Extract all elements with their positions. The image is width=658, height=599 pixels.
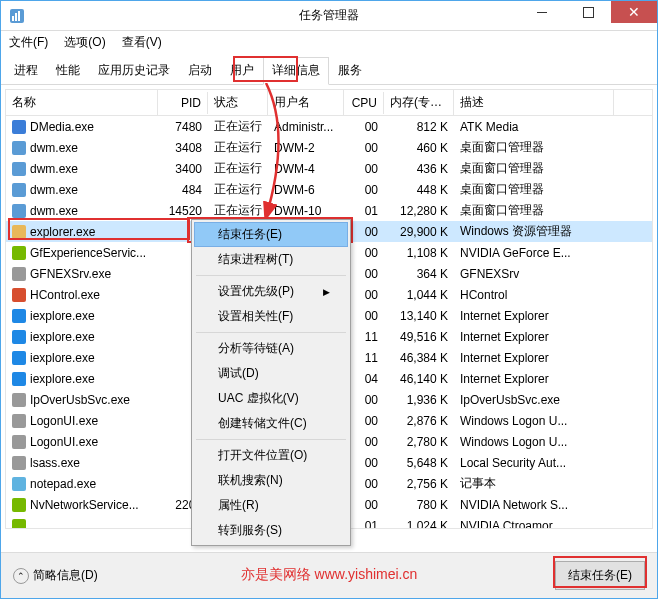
process-pid: 3400 [158, 160, 208, 178]
process-icon [12, 162, 26, 176]
col-name[interactable]: 名称 [6, 90, 158, 115]
process-icon [12, 414, 26, 428]
context-menu-item[interactable]: 结束任务(E) [194, 222, 348, 247]
context-menu-item[interactable]: 转到服务(S) [194, 518, 348, 543]
table-row[interactable]: DMedia.exe7480正在运行Administr...00812 KATK… [6, 116, 652, 137]
process-desc: Internet Explorer [454, 370, 614, 388]
context-menu-item[interactable]: UAC 虚拟化(V) [194, 386, 348, 411]
process-desc: 桌面窗口管理器 [454, 200, 614, 221]
process-mem: 2,756 K [384, 475, 454, 493]
tab-performance[interactable]: 性能 [47, 57, 89, 84]
tab-services[interactable]: 服务 [329, 57, 371, 84]
process-mem: 780 K [384, 496, 454, 514]
tab-processes[interactable]: 进程 [5, 57, 47, 84]
process-desc: Internet Explorer [454, 349, 614, 367]
context-menu-item[interactable]: 调试(D) [194, 361, 348, 386]
process-desc: Windows Logon U... [454, 433, 614, 451]
process-desc: 桌面窗口管理器 [454, 137, 614, 158]
context-menu-item[interactable]: 联机搜索(N) [194, 468, 348, 493]
context-menu-item[interactable]: 创建转储文件(C) [194, 411, 348, 436]
tab-startup[interactable]: 启动 [179, 57, 221, 84]
process-name: dwm.exe [30, 141, 78, 155]
context-menu-item[interactable]: 属性(R) [194, 493, 348, 518]
process-pid: 14520 [158, 202, 208, 220]
col-cpu[interactable]: CPU [344, 92, 384, 114]
tab-app-history[interactable]: 应用历史记录 [89, 57, 179, 84]
process-mem: 46,140 K [384, 370, 454, 388]
process-mem: 49,516 K [384, 328, 454, 346]
process-desc: Internet Explorer [454, 328, 614, 346]
context-menu-item[interactable]: 分析等待链(A) [194, 336, 348, 361]
process-desc: GFNEXSrv [454, 265, 614, 283]
process-icon [12, 519, 26, 529]
process-name: GFNEXSrv.exe [30, 267, 111, 281]
process-name: explorer.exe [30, 225, 95, 239]
process-mem: 2,780 K [384, 433, 454, 451]
process-desc: 桌面窗口管理器 [454, 179, 614, 200]
process-mem: 2,876 K [384, 412, 454, 430]
menu-view[interactable]: 查看(V) [118, 32, 166, 53]
process-icon [12, 141, 26, 155]
process-icon [12, 435, 26, 449]
fewer-details-button[interactable]: ⌃ 简略信息(D) [13, 567, 98, 584]
col-mem[interactable]: 内存(专用... [384, 90, 454, 115]
process-icon [12, 120, 26, 134]
col-desc[interactable]: 描述 [454, 90, 614, 115]
process-cpu: 00 [344, 118, 384, 136]
table-header: 名称 PID 状态 用户名 CPU 内存(专用... 描述 [6, 90, 652, 116]
table-row[interactable]: dwm.exe3400正在运行DWM-400436 K桌面窗口管理器 [6, 158, 652, 179]
process-mem: 1,044 K [384, 286, 454, 304]
tab-strip: 进程 性能 应用历史记录 启动 用户 详细信息 服务 [1, 53, 657, 85]
process-name: iexplore.exe [30, 330, 95, 344]
process-status: 正在运行 [208, 158, 268, 179]
process-desc: NVIDIA Network S... [454, 496, 614, 514]
process-name: LogonUI.exe [30, 414, 98, 428]
process-pid: 484 [158, 181, 208, 199]
annotation-arrow [261, 83, 301, 223]
process-icon [12, 204, 26, 218]
minimize-button[interactable] [519, 1, 565, 23]
close-button[interactable]: ✕ [611, 1, 657, 23]
process-desc: NVIDIA Ctroamor [454, 517, 614, 529]
process-desc: Windows 资源管理器 [454, 221, 614, 242]
tab-details[interactable]: 详细信息 [263, 57, 329, 85]
process-name: notepad.exe [30, 477, 96, 491]
table-row[interactable]: dwm.exe14520正在运行DWM-100112,280 K桌面窗口管理器 [6, 200, 652, 221]
process-desc: Internet Explorer [454, 307, 614, 325]
process-icon [12, 183, 26, 197]
context-menu-item[interactable]: 设置相关性(F) [194, 304, 348, 329]
fewer-details-label: 简略信息(D) [33, 567, 98, 584]
process-mem: 448 K [384, 181, 454, 199]
table-row[interactable]: dwm.exe484正在运行DWM-600448 K桌面窗口管理器 [6, 179, 652, 200]
process-mem: 13,140 K [384, 307, 454, 325]
watermark-text: 亦是美网络 www.yishimei.cn [241, 566, 418, 584]
process-name: dwm.exe [30, 204, 78, 218]
tab-users[interactable]: 用户 [221, 57, 263, 84]
process-desc: Local Security Aut... [454, 454, 614, 472]
col-status[interactable]: 状态 [208, 90, 268, 115]
menu-bar: 文件(F) 选项(O) 查看(V) [1, 31, 657, 53]
end-task-button[interactable]: 结束任务(E) [555, 561, 645, 590]
process-name: lsass.exe [30, 456, 80, 470]
app-icon [9, 8, 25, 24]
process-status: 正在运行 [208, 179, 268, 200]
context-menu-item[interactable]: 设置优先级(P)▶ [194, 279, 348, 304]
col-pid[interactable]: PID [158, 92, 208, 114]
process-name: dwm.exe [30, 183, 78, 197]
process-name: LogonUI.exe [30, 435, 98, 449]
process-mem: 29,900 K [384, 223, 454, 241]
context-menu-item[interactable]: 打开文件位置(O) [194, 443, 348, 468]
process-cpu: 00 [344, 139, 384, 157]
process-name: IpOverUsbSvc.exe [30, 393, 130, 407]
svg-rect-3 [18, 11, 20, 21]
process-cpu: 01 [344, 202, 384, 220]
context-menu-item[interactable]: 结束进程树(T) [194, 247, 348, 272]
process-mem: 812 K [384, 118, 454, 136]
maximize-button[interactable] [565, 1, 611, 23]
menu-file[interactable]: 文件(F) [5, 32, 52, 53]
title-bar: 任务管理器 ✕ [1, 1, 657, 31]
table-row[interactable]: dwm.exe3408正在运行DWM-200460 K桌面窗口管理器 [6, 137, 652, 158]
process-name: GfExperienceServic... [30, 246, 146, 260]
process-mem: 12,280 K [384, 202, 454, 220]
menu-options[interactable]: 选项(O) [60, 32, 109, 53]
